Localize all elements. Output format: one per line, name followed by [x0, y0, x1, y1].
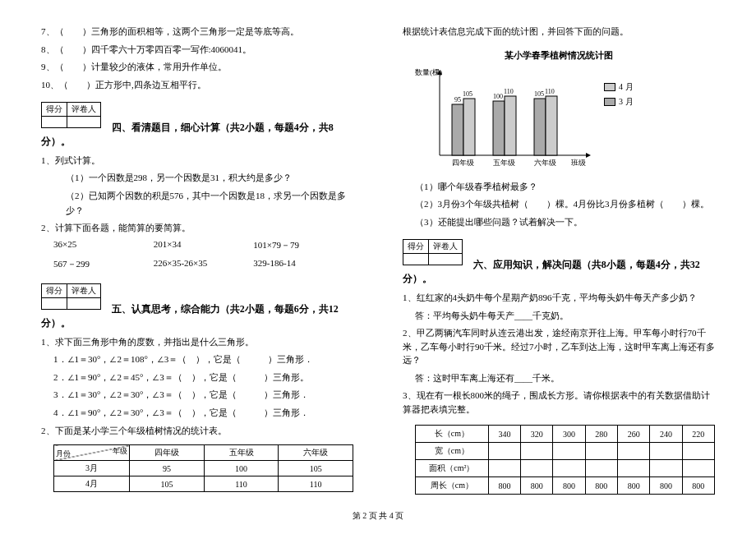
calc-row-1: 36×25 201×34 101×79－79 [53, 239, 353, 251]
svg-text:110: 110 [545, 88, 555, 95]
chart-title: 某小学春季植树情况统计图 [415, 49, 703, 62]
q1-1: （1）一个因数是298，另一个因数是31，积大约是多少？ [66, 171, 353, 186]
marker-label: 评卷人 [67, 103, 101, 117]
cell: 105 [279, 461, 353, 476]
row-label: 3月 [54, 461, 130, 476]
calc-2b: 226×35-26×35 [154, 258, 254, 270]
svg-rect-4 [452, 104, 463, 155]
svg-text:105: 105 [534, 90, 544, 98]
judgment-10: 10、（ ）正方形中,四条边互相平行。 [41, 78, 353, 92]
col-header: 四年级 [130, 445, 205, 461]
diag-top: 年级 [113, 446, 127, 457]
score-box: 得分 评卷人 [41, 102, 101, 128]
section-5-header: 得分 评卷人 五、认真思考，综合能力（共2小题，每题6分，共12分）。 [41, 277, 353, 330]
section-4-header: 得分 评卷人 四、看清题目，细心计算（共2小题，每题4分，共8分）。 [41, 95, 353, 149]
s6-q1-ans: 答：平均每头奶牛每天产____千克奶。 [415, 309, 715, 324]
s5-q1-4: 4．∠1＝90°，∠2＝30°，∠3＝（ ），它是（ ）三角形． [53, 406, 353, 421]
planting-table: 年级 月份 四年级 五年级 六年级 3月 95 100 105 4月 105 1… [53, 444, 353, 492]
row-label: 长（cm） [416, 426, 489, 443]
s5-q1-3: 3．∠1＝30°，∠2＝30°，∠3＝（ ），它是（ ）三角形． [53, 388, 353, 403]
score-box-6: 得分 评卷人 [403, 239, 463, 265]
col-header: 五年级 [204, 445, 279, 461]
calc-2c: 329-186-14 [253, 258, 353, 270]
section-6-header: 得分 评卷人 六、应用知识，解决问题（共8小题，每题4分，共32分）。 [403, 232, 715, 286]
svg-rect-15 [546, 96, 557, 155]
marker-label: 评卷人 [429, 240, 463, 254]
page-container: 7、（ ）三角形的面积相等，这两个三角形一定是等底等高。 8、（ ）四千零六十万… [41, 25, 715, 485]
calc-1c: 101×79－79 [253, 239, 353, 251]
chart-q3: （3）还能提出哪些问题？试着解决一下。 [415, 215, 715, 230]
cell: 105 [130, 476, 205, 492]
svg-rect-5 [463, 99, 475, 155]
calc-row-2: 567－299 226×35-26×35 329-186-14 [53, 258, 353, 270]
calc-1b: 201×34 [154, 239, 254, 251]
svg-text:105: 105 [463, 90, 472, 98]
svg-marker-3 [586, 153, 591, 158]
svg-rect-14 [534, 99, 546, 155]
continue-text: 根据统计表信息完成下面的统计图，并回答下面的问题。 [403, 25, 715, 39]
row-label: 面积（cm²） [416, 460, 489, 477]
s6-q3: 3、现在有一根长800米的绳子，围成长方形。请你根据表中的有关数据借助计算器把表… [403, 389, 715, 416]
x-label: 班级 [571, 159, 586, 167]
q1-heading: 1、列式计算。 [41, 154, 353, 168]
s6-q1: 1、红红家的4头奶牛每个星期产奶896千克，平均每头奶牛每天产多少奶？ [403, 291, 715, 305]
cell: 110 [279, 476, 353, 492]
row-label: 4月 [54, 476, 130, 492]
chart-wrapper: 某小学春季植树情况统计图 数量(棵) 班级 95 105 [415, 49, 703, 173]
svg-text:110: 110 [504, 88, 514, 95]
calc-2a: 567－299 [53, 258, 154, 270]
bar-chart: 数量(棵) 班级 95 105 四年级 100 110 五年级 [415, 65, 596, 172]
s5-q2: 2、下面是某小学三个年级植树情况的统计表。 [41, 424, 353, 438]
calc-1a: 36×25 [53, 239, 154, 251]
marker-label: 评卷人 [67, 283, 101, 297]
legend-swatch [604, 83, 615, 91]
legend-swatch [604, 98, 615, 106]
cell: 95 [130, 461, 205, 476]
s5-q1-1: 1．∠1＝30°，∠2＝108°，∠3＝（ ），它是（ ）三角形． [53, 352, 353, 367]
score-label: 得分 [42, 103, 67, 117]
legend-label: 3 月 [619, 96, 634, 108]
diag-bot: 月份 [56, 449, 71, 459]
svg-rect-9 [493, 101, 505, 155]
legend-label: 4 月 [619, 81, 634, 93]
s6-q2-ans: 答：这时甲车离上海还有____千米。 [415, 371, 715, 386]
y-label: 数量(棵) [415, 68, 442, 76]
q2-heading: 2、计算下面各题，能简算的要简算。 [41, 221, 353, 235]
row-label: 宽（cm） [416, 443, 489, 460]
s5-q1-2: 2．∠1＝90°，∠2＝45°，∠3＝（ ），它是（ ）三角形。 [53, 371, 353, 385]
svg-text:六年级: 六年级 [534, 159, 556, 167]
legend: 4 月 3 月 [604, 81, 634, 111]
judgment-7: 7、（ ）三角形的面积相等，这两个三角形一定是等底等高。 [41, 25, 353, 39]
score-label: 得分 [42, 283, 67, 297]
cell: 100 [204, 461, 279, 476]
score-box-5: 得分 评卷人 [41, 283, 101, 310]
page-footer: 第 2 页 共 4 页 [0, 510, 756, 522]
judgment-8: 8、（ ）四千零六十万零四百零一写作:4060041。 [41, 43, 353, 57]
q1-2: （2）已知两个因数的积是576，其中一个因数是18，求另一个因数是多少？ [66, 189, 353, 218]
right-column: 根据统计表信息完成下面的统计图，并回答下面的问题。 某小学春季植树情况统计图 数… [403, 25, 715, 485]
chart-q1: （1）哪个年级春季植树最多？ [415, 180, 715, 195]
svg-rect-10 [505, 96, 516, 155]
left-column: 7、（ ）三角形的面积相等，这两个三角形一定是等底等高。 8、（ ）四千零六十万… [41, 25, 353, 485]
rectangle-table: 长（cm） 340 320 300 280 260 240 220 宽（cm） … [415, 425, 715, 495]
chart-q2: （2）3月份3个年级共植树（ ）棵。4月份比3月份多植树（ ）棵。 [415, 197, 715, 212]
cell: 110 [204, 476, 279, 492]
s6-q2: 2、甲乙两辆汽车同时从连云港出发，途经南京开往上海。甲车每小时行70千米，乙车每… [403, 326, 715, 367]
row-label: 周长（cm） [416, 477, 489, 495]
col-header: 六年级 [279, 445, 353, 461]
svg-text:五年级: 五年级 [493, 159, 515, 167]
svg-text:100: 100 [493, 93, 503, 100]
svg-text:四年级: 四年级 [452, 159, 474, 167]
judgment-9: 9、（ ）计量较少的液体，常用升作单位。 [41, 60, 353, 74]
svg-text:95: 95 [454, 96, 461, 104]
diag-cell: 年级 月份 [54, 445, 130, 461]
score-label: 得分 [403, 240, 429, 254]
s5-q1: 1、求下面三角形中角的度数，并指出是什么三角形。 [41, 335, 353, 349]
